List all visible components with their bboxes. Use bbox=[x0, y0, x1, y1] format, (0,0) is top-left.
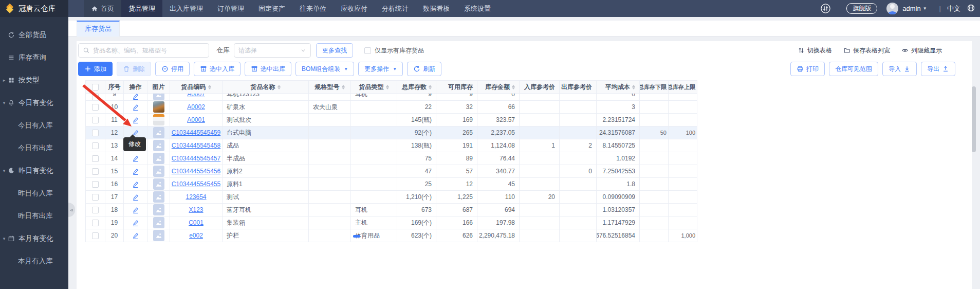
sort-icon[interactable] bbox=[512, 85, 515, 89]
tool-switch-table[interactable]: 切换表格 bbox=[798, 46, 832, 55]
row-checkbox[interactable] bbox=[92, 155, 99, 162]
refresh-button[interactable]: 刷新 bbox=[407, 62, 441, 76]
picture-placeholder-icon[interactable] bbox=[153, 94, 164, 100]
row-checkbox[interactable] bbox=[92, 117, 99, 123]
sort-icon[interactable] bbox=[278, 85, 281, 89]
tool-save-column-width[interactable]: 保存表格列宽 bbox=[843, 46, 890, 55]
col-avg_cost[interactable]: 平均成本 bbox=[597, 81, 640, 94]
user-caret-down-icon[interactable]: ▼ bbox=[923, 6, 927, 11]
picture-placeholder-icon[interactable] bbox=[153, 166, 164, 177]
avatar[interactable] bbox=[886, 3, 898, 14]
col-type[interactable]: 货品类型 bbox=[351, 81, 397, 94]
picture-placeholder-icon[interactable] bbox=[153, 217, 164, 228]
sidebar-item-yesterday-inbound[interactable]: 昨日有入库 bbox=[0, 182, 68, 205]
edit-button[interactable] bbox=[132, 193, 139, 201]
col-spec[interactable]: 规格型号 bbox=[309, 81, 351, 94]
col-total[interactable]: 总库存数 bbox=[397, 81, 436, 94]
add-button[interactable]: 添加 bbox=[78, 62, 113, 76]
nav-item-dashboard[interactable]: 数据看板 bbox=[416, 0, 457, 17]
only-stock-checkbox-group[interactable]: 仅显示有库存货品 bbox=[364, 46, 424, 55]
nav-item-home[interactable]: 首页 bbox=[84, 0, 121, 17]
edit-button[interactable] bbox=[132, 155, 139, 162]
nav-item-analysis[interactable]: 分析统计 bbox=[375, 0, 416, 17]
col-code[interactable]: 货品编码 bbox=[170, 81, 223, 94]
row-checkbox[interactable] bbox=[92, 94, 99, 100]
warehouse-visibility-button[interactable]: 仓库可见范围 bbox=[829, 62, 878, 76]
edit-button[interactable] bbox=[132, 116, 139, 124]
sidebar-item-month-changed[interactable]: ▾本月有变化 bbox=[0, 227, 68, 250]
nav-item-payables-receivables[interactable]: 应收应付 bbox=[334, 0, 375, 17]
row-checkbox[interactable] bbox=[92, 142, 99, 149]
nav-item-order-management[interactable]: 订单管理 bbox=[210, 0, 251, 17]
row-checkbox[interactable] bbox=[92, 194, 99, 201]
activity-icon[interactable] bbox=[820, 3, 831, 14]
more-search-button[interactable]: 更多查找 bbox=[316, 43, 353, 58]
sort-icon[interactable] bbox=[342, 85, 345, 89]
sort-icon[interactable] bbox=[208, 85, 211, 89]
product-image[interactable] bbox=[153, 114, 164, 125]
sidebar-item-yesterday-outbound[interactable]: 昨日有出库 bbox=[0, 205, 68, 227]
tab-stock-goods[interactable]: 库存货品 bbox=[77, 21, 120, 37]
product-code-link[interactable]: C1034445545455 bbox=[172, 178, 220, 190]
sidebar-item-today-outbound[interactable]: 今日有出库 bbox=[0, 137, 68, 159]
edit-button[interactable] bbox=[132, 219, 139, 227]
picture-placeholder-icon[interactable] bbox=[153, 204, 164, 215]
product-image[interactable] bbox=[153, 101, 164, 113]
sort-icon[interactable] bbox=[386, 85, 389, 89]
row-checkbox[interactable] bbox=[92, 168, 99, 175]
picture-placeholder-icon[interactable] bbox=[153, 230, 164, 241]
col-name[interactable]: 货品名称 bbox=[223, 81, 309, 94]
selected-outbound-button[interactable]: 选中出库 bbox=[245, 62, 291, 76]
warehouse-select[interactable]: 请选择 bbox=[234, 43, 311, 58]
picture-placeholder-icon[interactable] bbox=[153, 178, 164, 190]
sort-icon[interactable] bbox=[632, 85, 635, 89]
selected-inbound-button[interactable]: 选中入库 bbox=[194, 62, 241, 76]
sidebar-item-by-type[interactable]: ▸按类型 bbox=[0, 69, 68, 92]
edit-button[interactable] bbox=[132, 103, 139, 111]
edit-button[interactable] bbox=[132, 232, 139, 240]
product-code-link[interactable]: C001 bbox=[189, 216, 204, 229]
row-checkbox[interactable] bbox=[92, 207, 99, 213]
product-code-link[interactable]: A0007 bbox=[187, 94, 205, 100]
globe-icon[interactable] bbox=[967, 4, 975, 14]
sidebar-item-yesterday-changed[interactable]: ▾昨日有变化 bbox=[0, 159, 68, 182]
nav-item-system-settings[interactable]: 系统设置 bbox=[457, 0, 498, 17]
product-code-link[interactable]: 123654 bbox=[186, 191, 206, 203]
scrollbar-thumb[interactable] bbox=[972, 86, 976, 152]
picture-placeholder-icon[interactable] bbox=[153, 153, 164, 164]
row-checkbox[interactable] bbox=[92, 220, 99, 226]
bom-assemble-button[interactable]: BOM组合组装▼ bbox=[295, 62, 354, 76]
nav-item-partners[interactable]: 往来单位 bbox=[292, 0, 334, 17]
product-code-link[interactable]: C1034445545456 bbox=[172, 165, 220, 177]
nav-item-inout-management[interactable]: 出入库管理 bbox=[162, 0, 210, 17]
product-code-link[interactable]: X123 bbox=[189, 204, 203, 216]
print-button[interactable]: 打印 bbox=[790, 62, 825, 76]
edit-button[interactable] bbox=[132, 94, 139, 100]
picture-placeholder-icon[interactable] bbox=[153, 140, 164, 151]
picture-placeholder-icon[interactable] bbox=[153, 127, 164, 138]
picture-placeholder-icon[interactable] bbox=[153, 191, 164, 203]
only-stock-checkbox[interactable] bbox=[364, 47, 371, 54]
col-amount[interactable]: 库存金额 bbox=[477, 81, 520, 94]
search-input[interactable] bbox=[93, 47, 205, 54]
sidebar-item-month-inbound[interactable]: 本月有入库 bbox=[0, 250, 68, 273]
edit-button[interactable] bbox=[132, 168, 139, 175]
edit-button[interactable] bbox=[132, 180, 139, 188]
more-actions-button[interactable]: 更多操作▼ bbox=[358, 62, 403, 76]
delete-button[interactable]: 删除 bbox=[117, 62, 151, 76]
language-switch[interactable]: 中文 bbox=[947, 4, 960, 13]
product-code-link[interactable]: C1034445545457 bbox=[172, 152, 220, 165]
nav-item-goods-management[interactable]: 货品管理 bbox=[121, 0, 162, 17]
sidebar-item-today-inbound[interactable]: 今日有入库 bbox=[0, 114, 68, 137]
select-all-checkbox[interactable] bbox=[92, 84, 99, 91]
import-button[interactable]: 导入 bbox=[882, 62, 917, 76]
tool-column-visibility[interactable]: 列隐藏显示 bbox=[901, 46, 942, 55]
row-checkbox[interactable] bbox=[92, 232, 99, 239]
export-button[interactable]: 导出 bbox=[921, 62, 955, 76]
pagination-stub[interactable] bbox=[353, 235, 360, 238]
edit-button[interactable] bbox=[132, 206, 139, 214]
row-checkbox[interactable] bbox=[92, 104, 99, 111]
row-checkbox[interactable] bbox=[92, 130, 99, 136]
product-code-link[interactable]: A0002 bbox=[187, 101, 205, 113]
sidebar-item-today-changed[interactable]: ▾今日有变化 bbox=[0, 92, 68, 114]
